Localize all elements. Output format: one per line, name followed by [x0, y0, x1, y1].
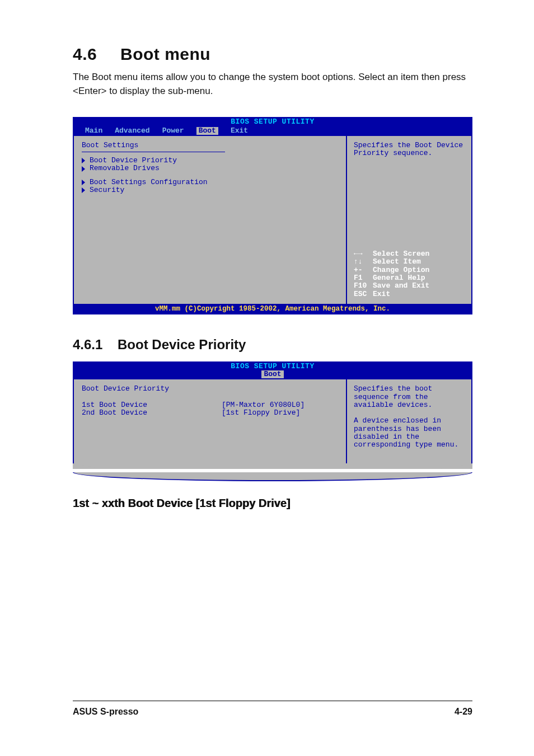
menu-item-boot-device-priority[interactable]: Boot Device Priority — [82, 157, 338, 165]
bios-tabs: Main Advanced Power Boot Exit — [76, 126, 469, 136]
panel-title: Boot Settings — [82, 142, 338, 149]
bios-screenshot-boot-settings: BIOS SETUP UTILITY Main Advanced Power B… — [73, 117, 472, 314]
key-legend: ←→Select Screen ↑↓Select Item +-Change O… — [354, 250, 465, 298]
row-1st-boot-device[interactable]: 1st Boot Device [PM-Maxtor 6Y080L0] — [82, 401, 338, 409]
tab-advanced[interactable]: Advanced — [115, 127, 149, 135]
tab-main[interactable]: Main — [85, 127, 102, 135]
footer-product: ASUS S-presso — [73, 707, 138, 717]
section-title-text: Boot menu — [120, 45, 210, 63]
bios-copyright: vMM.mm (C)Copyright 1985-2002, American … — [73, 305, 472, 314]
subsection-number: 4.6.1 — [73, 337, 118, 353]
row-2nd-boot-device[interactable]: 2nd Boot Device [1st Floppy Drive] — [82, 409, 338, 417]
help-text: Specifies the boot sequence from the ava… — [354, 385, 465, 449]
torn-page-edge — [73, 472, 472, 481]
section-heading: 4.6Boot menu — [73, 45, 472, 64]
footer-page-number: 4-29 — [455, 707, 472, 717]
section-number: 4.6 — [73, 45, 120, 64]
help-text: Specifies the Boot Device Priority seque… — [354, 142, 465, 158]
submenu-arrow-icon — [82, 180, 85, 185]
submenu-arrow-icon — [82, 166, 85, 172]
item-heading: 1st ~ xxth Boot Device [1st Floppy Drive… — [73, 497, 472, 510]
tab-exit[interactable]: Exit — [231, 127, 248, 135]
bios-utility-title: BIOS SETUP UTILITY — [76, 363, 469, 370]
tab-boot[interactable]: Boot — [261, 370, 283, 378]
submenu-arrow-icon — [82, 187, 85, 193]
panel-title: Boot Device Priority — [82, 385, 338, 393]
menu-item-security[interactable]: Security — [82, 186, 338, 194]
menu-item-boot-settings-configuration[interactable]: Boot Settings Configuration — [82, 179, 338, 186]
submenu-arrow-icon — [82, 158, 85, 163]
bios-screenshot-boot-device-priority: BIOS SETUP UTILITY Boot Boot Device Prio… — [73, 361, 472, 469]
tab-boot[interactable]: Boot — [196, 127, 218, 135]
intro-paragraph: The Boot menu items allow you to change … — [73, 71, 472, 98]
subsection-heading: 4.6.1Boot Device Priority — [73, 337, 472, 353]
tab-power[interactable]: Power — [162, 127, 184, 135]
subsection-title-text: Boot Device Priority — [118, 337, 246, 352]
bios-utility-title: BIOS SETUP UTILITY — [76, 118, 469, 126]
page-footer: ASUS S-presso 4-29 — [73, 701, 472, 717]
menu-item-removable-drives[interactable]: Removable Drives — [82, 165, 338, 172]
bios-tabs: Boot — [76, 370, 469, 379]
